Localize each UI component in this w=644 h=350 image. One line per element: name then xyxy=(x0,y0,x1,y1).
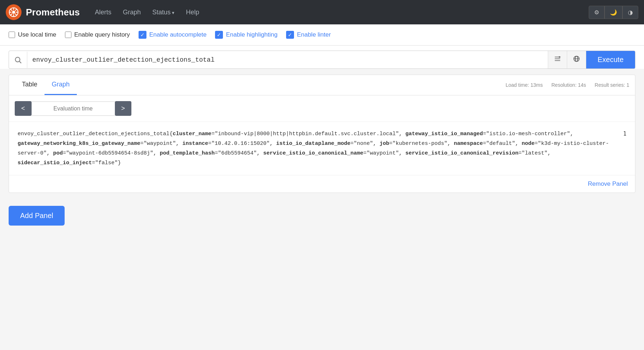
eval-next-button[interactable]: > xyxy=(115,101,132,116)
use-local-time-item[interactable]: Use local time xyxy=(9,31,56,38)
add-panel-button[interactable]: Add Panel xyxy=(9,206,65,226)
resolution: Resolution: 14s xyxy=(551,82,586,88)
search-icon xyxy=(9,52,27,68)
enable-linter-checkbox[interactable]: ✓ xyxy=(286,31,294,39)
panel-tabs-row: Table Graph Load time: 13ms Resolution: … xyxy=(9,75,635,95)
execute-button[interactable]: Execute xyxy=(586,51,635,68)
eval-prev-button[interactable]: < xyxy=(15,101,32,116)
svg-line-6 xyxy=(11,9,12,11)
enable-query-history-label: Enable query history xyxy=(74,31,130,38)
use-local-time-checkbox[interactable] xyxy=(9,32,15,38)
svg-point-10 xyxy=(15,57,20,62)
label-pod-hash-val: ="6db5594654", xyxy=(215,150,263,156)
nav-graph[interactable]: Graph xyxy=(119,6,144,18)
label-dataplane-val: ="none", xyxy=(350,141,379,147)
label-instance-val: ="10.42.0.16:15020", xyxy=(208,141,276,147)
label-namespace-val: ="default", xyxy=(483,141,522,147)
svg-line-8 xyxy=(15,9,17,11)
label-cluster-name-eq: ="inbound-vip|8000|http|httpbin.default.… xyxy=(211,131,405,137)
label-node-key: node xyxy=(522,141,535,147)
search-section: Execute xyxy=(0,46,644,69)
label-pod-val: ="waypoint-6db5594654-8sd8j", xyxy=(63,150,160,156)
remove-panel-link[interactable]: Remove Panel xyxy=(588,180,628,188)
label-job-val: ="kubernetes-pods", xyxy=(389,141,454,147)
expand-button[interactable] xyxy=(548,51,567,68)
enable-highlighting-checkbox[interactable]: ✓ xyxy=(215,31,223,39)
label-open-brace: { xyxy=(169,131,173,137)
result-series: Result series: 1 xyxy=(595,82,629,88)
panel-tabs: Table Graph xyxy=(15,75,77,95)
svg-line-7 xyxy=(15,14,17,15)
label-job-key: job xyxy=(379,141,389,147)
result-row: 1 envoy_cluster_outlier_detection_ejecti… xyxy=(18,129,626,168)
eval-time-input[interactable] xyxy=(32,101,115,116)
label-sidecar-key: sidecar_istio_io_inject xyxy=(18,160,92,166)
navbar-icon-group: ⚙ 🌙 ◑ xyxy=(589,6,638,19)
eval-time-row: < > xyxy=(9,95,635,122)
moon-button[interactable]: 🌙 xyxy=(605,6,622,19)
label-namespace-key: namespace xyxy=(454,141,483,147)
svg-point-1 xyxy=(12,11,15,14)
enable-highlighting-item[interactable]: ✓ Enable highlighting xyxy=(215,31,277,39)
enable-autocomplete-item[interactable]: ✓ Enable autocomplete xyxy=(139,31,207,39)
label-dataplane-key: istio_io_dataplane_mode xyxy=(276,141,350,147)
label-cluster-name-key: cluster_name xyxy=(173,131,211,137)
label-canonical-name-key: service_istio_io_canonical_name xyxy=(263,150,363,156)
globe-button[interactable] xyxy=(567,51,586,68)
settings-button[interactable]: ⚙ xyxy=(589,6,605,19)
logo-icon xyxy=(9,7,19,17)
label-gateway-managed-key: gateway_istio_io_managed xyxy=(405,131,483,137)
result-area: 1 envoy_cluster_outlier_detection_ejecti… xyxy=(9,122,635,175)
label-gw-name-val: ="waypoint", xyxy=(140,141,182,147)
nav-status[interactable]: Status xyxy=(149,6,178,18)
panel-meta: Load time: 13ms Resolution: 14s Result s… xyxy=(506,82,630,88)
label-gateway-managed-val: ="istio.io-mesh-controller", xyxy=(483,131,573,137)
main-content: Table Graph Load time: 13ms Resolution: … xyxy=(0,69,644,237)
navbar: Prometheus Alerts Graph Status Help ⚙ 🌙 … xyxy=(0,0,644,24)
label-gw-name-key: gateway_networking_k8s_io_gateway_name xyxy=(18,141,140,147)
nav-links: Alerts Graph Status Help xyxy=(91,6,203,18)
label-pod-hash-key: pod_template_hash xyxy=(160,150,215,156)
search-input[interactable] xyxy=(27,52,548,68)
nav-alerts[interactable]: Alerts xyxy=(91,6,115,18)
prometheus-logo xyxy=(6,4,22,20)
half-moon-button[interactable]: ◑ xyxy=(622,6,638,19)
panel-footer: Remove Panel xyxy=(9,175,635,193)
brand-name: Prometheus xyxy=(26,7,80,18)
search-bar: Execute xyxy=(9,51,635,69)
enable-highlighting-label: Enable highlighting xyxy=(226,31,277,38)
svg-line-11 xyxy=(19,61,21,63)
nav-help[interactable]: Help xyxy=(182,6,203,18)
tab-table[interactable]: Table xyxy=(15,75,45,95)
label-sidecar-val: ="false"} xyxy=(92,160,121,166)
result-value: 1 xyxy=(623,129,626,139)
brand: Prometheus xyxy=(6,4,80,20)
toolbar: Use local time Enable query history ✓ En… xyxy=(0,24,644,46)
label-pod-key: pod xyxy=(53,150,63,156)
label-instance-key: instance xyxy=(182,141,208,147)
use-local-time-label: Use local time xyxy=(18,31,56,38)
enable-query-history-checkbox[interactable] xyxy=(65,32,71,38)
tab-graph[interactable]: Graph xyxy=(45,75,77,95)
search-actions: Execute xyxy=(548,51,635,68)
svg-line-9 xyxy=(11,14,12,15)
add-panel-section: Add Panel xyxy=(0,200,644,237)
enable-autocomplete-checkbox[interactable]: ✓ xyxy=(139,31,146,39)
enable-autocomplete-label: Enable autocomplete xyxy=(149,31,207,38)
label-canonical-rev-key: service_istio_io_canonical_revision xyxy=(405,150,518,156)
load-time: Load time: 13ms xyxy=(506,82,543,88)
enable-query-history-item[interactable]: Enable query history xyxy=(65,31,130,38)
label-canonical-rev-val: ="latest", xyxy=(518,150,551,156)
enable-linter-item[interactable]: ✓ Enable linter xyxy=(286,31,331,39)
metric-name: envoy_cluster_outlier_detection_ejection… xyxy=(18,131,169,137)
label-canonical-name-val: ="waypoint", xyxy=(363,150,405,156)
panel: Table Graph Load time: 13ms Resolution: … xyxy=(9,75,635,193)
enable-linter-label: Enable linter xyxy=(297,31,331,38)
